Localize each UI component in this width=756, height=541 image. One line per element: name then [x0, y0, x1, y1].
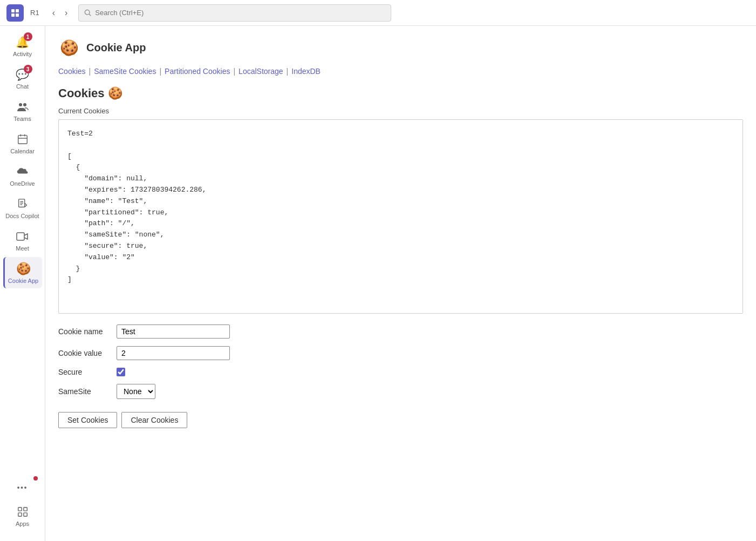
app-header: 🍪 Cookie App — [58, 37, 743, 58]
section-title: Cookies 🍪 — [58, 86, 743, 100]
svg-rect-20 — [23, 513, 26, 516]
sidebar: 🔔 1 Activity 💬 3 Chat Teams — [0, 26, 45, 541]
secure-label: Secure — [58, 368, 112, 376]
cookie-value-row: Cookie value — [58, 346, 743, 360]
onedrive-icon — [15, 164, 30, 179]
nav-back-button[interactable]: ‹ — [48, 6, 59, 20]
sidebar-item-chat[interactable]: 💬 3 Chat — [3, 63, 42, 94]
activity-badge: 1 — [24, 32, 32, 41]
sidebar-item-chat-label: Chat — [16, 83, 29, 90]
cookie-name-row: Cookie name — [58, 324, 743, 339]
sidebar-item-cookie-app-label: Cookie App — [8, 278, 38, 284]
svg-point-6 — [19, 103, 22, 106]
chat-badge: 3 — [24, 65, 32, 73]
sidebar-item-activity[interactable]: 🔔 1 Activity — [3, 30, 42, 62]
samesite-label: SameSite — [58, 387, 112, 396]
secure-checkbox[interactable] — [117, 368, 125, 376]
svg-rect-19 — [18, 513, 21, 516]
search-icon — [84, 9, 92, 17]
svg-point-7 — [23, 103, 26, 106]
nav-link-partitioned[interactable]: Partitioned Cookies — [165, 67, 230, 76]
sidebar-item-activity-label: Activity — [13, 51, 32, 57]
svg-point-4 — [85, 10, 90, 15]
chat-icon: 💬 3 — [15, 67, 30, 82]
cookie-value-label: Cookie value — [58, 349, 112, 357]
more-icon: ••• — [15, 479, 30, 495]
sidebar-item-cookie-app[interactable]: 🍪 Cookie App — [3, 257, 42, 288]
samesite-row: SameSite None Lax Strict — [58, 384, 743, 399]
nav-links: Cookies | SameSite Cookies | Partitioned… — [58, 67, 743, 76]
nav-link-samesite[interactable]: SameSite Cookies — [94, 67, 156, 76]
docs-copilot-icon — [15, 197, 30, 212]
samesite-select[interactable]: None Lax Strict — [117, 384, 155, 399]
app-title: Cookie App — [86, 42, 146, 54]
cookie-app-icon: 🍪 — [16, 261, 31, 276]
svg-rect-17 — [18, 508, 21, 511]
svg-rect-8 — [18, 136, 27, 144]
topbar-r1-label: R1 — [30, 9, 39, 17]
meet-icon — [15, 229, 30, 244]
sidebar-item-docs-copilot-label: Docs Copilot — [5, 213, 39, 219]
sidebar-item-meet[interactable]: Meet — [3, 225, 42, 256]
content-area: 🍪 Cookie App Cookies | SameSite Cookies … — [45, 26, 756, 541]
sidebar-item-more[interactable]: ••• — [3, 475, 42, 499]
topbar: R1 ‹ › — [0, 0, 756, 26]
sidebar-item-onedrive[interactable]: OneDrive — [3, 160, 42, 191]
main-layout: 🔔 1 Activity 💬 3 Chat Teams — [0, 26, 756, 541]
cookie-name-label: Cookie name — [58, 327, 112, 336]
nav-link-cookies[interactable]: Cookies — [58, 67, 86, 76]
svg-rect-2 — [11, 13, 15, 17]
bell-icon: 🔔 1 — [15, 35, 30, 50]
button-row: Set Cookies Clear Cookies — [58, 412, 743, 428]
nav-forward-button[interactable]: › — [60, 6, 72, 20]
sidebar-item-onedrive-label: OneDrive — [10, 180, 35, 187]
section-subtitle: Current Cookies — [58, 107, 743, 115]
clear-cookies-button[interactable]: Clear Cookies — [121, 412, 187, 428]
cookie-value-input[interactable] — [117, 346, 230, 360]
sidebar-item-calendar[interactable]: Calendar — [3, 127, 42, 159]
more-badge-dot — [33, 476, 38, 481]
svg-rect-1 — [16, 9, 19, 12]
sidebar-item-docs-copilot[interactable]: Docs Copilot — [3, 192, 42, 224]
nav-link-indexdb[interactable]: IndexDB — [291, 67, 321, 76]
sidebar-item-teams[interactable]: Teams — [3, 95, 42, 126]
sidebar-bottom: ••• Apps — [3, 475, 42, 537]
cookie-name-input[interactable] — [117, 324, 230, 339]
secure-row: Secure — [58, 368, 743, 376]
svg-rect-3 — [16, 13, 19, 17]
svg-rect-0 — [11, 9, 15, 12]
sidebar-item-apps[interactable]: Apps — [3, 500, 42, 531]
svg-line-5 — [89, 14, 91, 16]
svg-rect-18 — [23, 508, 26, 511]
search-box[interactable] — [78, 4, 391, 22]
calendar-icon — [15, 132, 30, 147]
search-input[interactable] — [95, 9, 385, 17]
teams-logo-icon — [6, 4, 24, 22]
cookie-display: Test=2 [ { "domain": null, "expires": 17… — [58, 119, 743, 314]
nav-link-localstorage[interactable]: LocalStorage — [239, 67, 283, 76]
sidebar-item-teams-label: Teams — [13, 116, 31, 122]
sidebar-item-calendar-label: Calendar — [10, 148, 35, 154]
set-cookies-button[interactable]: Set Cookies — [58, 412, 117, 428]
topbar-nav: ‹ › — [48, 6, 72, 20]
sidebar-item-apps-label: Apps — [16, 520, 29, 527]
svg-rect-16 — [17, 233, 24, 240]
apps-icon — [15, 504, 30, 519]
teams-icon — [15, 99, 30, 114]
app-icon: 🍪 — [58, 37, 80, 58]
sidebar-item-meet-label: Meet — [16, 245, 29, 252]
